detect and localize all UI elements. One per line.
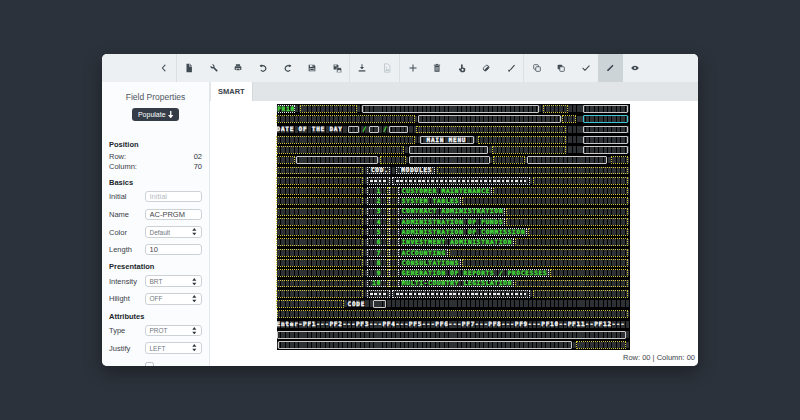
terminal-field[interactable] [533,177,628,185]
terminal-field[interactable] [276,208,363,216]
terminal-field[interactable] [437,167,628,175]
terminal-field[interactable] [277,331,626,339]
color-select[interactable]: Default [145,226,203,238]
terminal-field[interactable] [277,310,628,318]
terminal-field[interactable] [348,126,359,134]
field-label: Name [109,210,129,219]
terminal-field[interactable] [276,167,363,175]
terminal-field[interactable] [369,126,379,134]
terminal-field[interactable] [300,105,357,113]
terminal-field[interactable] [276,280,363,288]
export-image-button[interactable] [375,54,400,82]
terminal-field[interactable] [409,156,490,164]
terminal-field[interactable] [276,290,363,298]
menu-item-label: ADMINISTRATION OF FUNDS [402,217,503,227]
eraser-tool-button[interactable] [474,54,499,82]
validate-button[interactable] [573,54,598,82]
terminal-field[interactable] [276,238,363,246]
terminal-field[interactable] [583,105,628,113]
menu-item-label: SYSTEM TABLES [402,196,459,206]
section-heading-basics: Basics [109,179,202,186]
add-field-button[interactable] [400,54,425,82]
new-file-button[interactable] [177,54,202,82]
checkbox[interactable] [145,362,154,366]
menu-item-label: ACCOUNTING [402,248,446,258]
terminal-field[interactable] [449,249,629,257]
paste-button[interactable] [549,54,574,82]
terminal-field[interactable] [389,126,408,134]
terminal-field[interactable] [296,156,378,164]
terminal-field[interactable] [276,187,363,195]
terminal-field[interactable] [276,177,363,185]
terminal-field[interactable] [506,218,628,226]
terminal-field[interactable] [278,341,572,349]
print-button[interactable] [226,54,251,82]
terminal-field[interactable] [492,146,566,154]
copy-button[interactable] [524,54,549,82]
terminal-field[interactable] [527,156,608,164]
terminal-field[interactable] [276,228,363,236]
terminal-field[interactable] [416,126,566,134]
download-button[interactable] [350,54,375,82]
terminal-field[interactable] [276,115,415,123]
delete-field-button[interactable] [425,54,450,82]
select-tool-button[interactable] [449,54,474,82]
populate-button[interactable]: Populate [132,108,179,122]
tools-button[interactable] [201,54,226,82]
terminal-field[interactable] [611,156,628,164]
terminal-field[interactable] [276,269,363,277]
terminal-field[interactable] [583,146,628,154]
terminal-field[interactable] [583,136,628,144]
terminal-field[interactable] [462,259,628,267]
terminal-field[interactable] [562,115,576,123]
terminal-field[interactable] [583,115,628,123]
initial-input[interactable] [145,191,203,203]
justify-select[interactable]: LEFT [145,342,203,354]
save-button[interactable] [300,54,325,82]
terminal-field[interactable] [418,115,561,123]
tab-smart[interactable]: SMART [211,82,253,101]
terminal-field[interactable] [515,238,629,246]
terminal-field[interactable] [276,259,363,267]
field-label: Hilight [109,294,130,303]
terminal-field[interactable] [533,290,628,298]
terminal-field[interactable] [373,300,386,308]
menu-item-number: 7 [377,248,381,258]
terminal-field[interactable] [493,187,629,195]
intensity-select[interactable]: BRT [145,275,203,287]
back-button[interactable] [151,54,176,82]
terminal-field[interactable] [478,136,565,144]
terminal-field[interactable] [409,146,488,154]
terminal-field[interactable] [576,341,626,349]
terminal-field[interactable] [276,218,363,226]
terminal-field[interactable] [276,197,363,205]
hilight-select[interactable]: OFF [145,293,203,305]
terminal-field[interactable] [380,156,406,164]
terminal-field[interactable] [276,136,415,144]
undo-button[interactable] [251,54,276,82]
terminal-field[interactable] [506,208,628,216]
terminal-field[interactable] [462,197,628,205]
terminal-field[interactable] [543,105,568,113]
terminal-field[interactable] [528,228,628,236]
preview-mode-button[interactable] [623,54,648,82]
field-row-type: TypePROT [109,325,202,337]
type-select[interactable]: PROT [145,325,203,337]
terminal-field[interactable] [550,269,628,277]
length-input[interactable] [145,244,203,256]
terminal-field[interactable] [276,300,344,308]
terminal-field[interactable] [276,156,295,164]
terminal-field[interactable] [515,280,629,288]
select-value: BRT [150,278,163,285]
terminal-field[interactable] [276,249,363,257]
edit-mode-button[interactable] [598,54,623,82]
terminal-field[interactable] [583,126,628,134]
redo-button[interactable] [275,54,300,82]
terminal-field[interactable] [493,156,526,164]
terminal-screen-canvas[interactable]: FR10DATE OF THE DAY//MAIN MENUCOD.MODULE… [277,104,630,350]
terminal-field[interactable] [276,146,404,154]
save-all-button[interactable] [324,54,349,82]
terminal-field[interactable] [362,105,538,113]
brush-tool-button[interactable] [499,54,524,82]
name-input[interactable] [145,209,203,221]
